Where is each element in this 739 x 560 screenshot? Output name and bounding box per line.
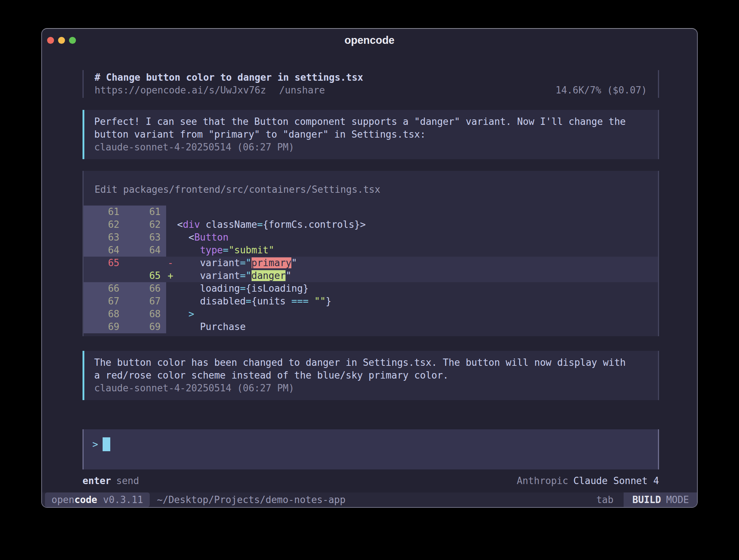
code-line (177, 206, 658, 218)
screen: opencode # Change button color to danger… (0, 0, 739, 560)
old-line-number: 61 (84, 206, 125, 218)
diff-row: 6464 type="submit" (84, 244, 658, 257)
edit-header: Edit packages/frontend/src/containers/Se… (84, 183, 658, 196)
hint-row: enter send Anthropic Claude Sonnet 4 (83, 475, 659, 487)
diff-marker: + (166, 269, 177, 282)
code-diff: 61616262<div className={formCs.controls}… (84, 206, 658, 333)
diff-marker: - (166, 257, 177, 269)
minimize-button[interactable] (58, 37, 65, 44)
diff-row: 6666 loading={isLoading} (84, 282, 658, 295)
new-line-number: 61 (125, 206, 166, 218)
window-controls (47, 29, 76, 51)
session-content: # Change button color to danger in setti… (42, 51, 697, 492)
new-line-number: 66 (125, 282, 166, 295)
old-line-number (84, 269, 125, 282)
old-line-number: 63 (84, 231, 125, 244)
prompt-input[interactable]: > (83, 429, 659, 469)
diff-row: 6868 > (84, 308, 658, 321)
text-cursor (103, 437, 110, 451)
app-name-code: code (74, 494, 97, 505)
diff-row: 65+ variant="danger" (84, 269, 658, 282)
working-directory: ~/Desktop/Projects/demo-notes-app (157, 492, 346, 507)
send-hint: send (116, 475, 139, 487)
new-line-number (125, 257, 166, 269)
code-line: disabled={units === ""} (177, 295, 658, 308)
diff-marker (166, 206, 177, 218)
code-line: <div className={formCs.controls}> (177, 218, 658, 231)
new-line-number: 68 (125, 308, 166, 321)
model-name: Claude Sonnet 4 (573, 475, 659, 487)
code-line: variant="primary" (177, 257, 658, 269)
old-line-number: 62 (84, 218, 125, 231)
status-bar: opencodev0.3.11 ~/Desktop/Projects/demo-… (42, 492, 697, 507)
mode-indicator: BUILDMODE (624, 492, 697, 507)
tab-key-hint: tab (596, 492, 613, 507)
code-line: loading={isLoading} (177, 282, 658, 295)
message-text: The button color has been changed to dan… (94, 356, 631, 382)
edit-tool-card: Edit packages/frontend/src/containers/Se… (83, 171, 659, 336)
diff-marker (166, 231, 177, 244)
model-timestamp: claude-sonnet-4-20250514 (06:27 PM) (94, 382, 648, 395)
code-line: variant="danger" (177, 269, 658, 282)
diff-row: 6363 <Button (84, 231, 658, 244)
prompt-symbol: > (92, 438, 98, 451)
new-line-number: 64 (125, 244, 166, 257)
code-line: Purchase (177, 321, 658, 333)
code-line: > (177, 308, 658, 321)
old-line-number: 67 (84, 295, 125, 308)
old-line-number: 69 (84, 321, 125, 333)
close-button[interactable] (47, 37, 54, 44)
assistant-message: Perfect! I can see that the Button compo… (83, 110, 659, 159)
diff-marker (166, 282, 177, 295)
old-line-number: 66 (84, 282, 125, 295)
diff-row: 65- variant="primary" (84, 257, 658, 269)
model-timestamp: claude-sonnet-4-20250514 (06:27 PM) (94, 141, 648, 154)
diff-row: 6262<div className={formCs.controls}> (84, 218, 658, 231)
edit-file-path: packages/frontend/src/containers/Setting… (123, 184, 380, 195)
mode-secondary: MODE (666, 494, 689, 505)
diff-marker (166, 295, 177, 308)
app-version: v0.3.11 (103, 494, 143, 505)
new-line-number: 67 (125, 295, 166, 308)
new-line-number: 63 (125, 231, 166, 244)
new-line-number: 65 (125, 269, 166, 282)
token-usage: 14.6K/7% ($0.07) (556, 84, 647, 97)
old-line-number: 64 (84, 244, 125, 257)
new-line-number: 62 (125, 218, 166, 231)
app-window: opencode # Change button color to danger… (41, 28, 698, 508)
assistant-message: The button color has been changed to dan… (83, 351, 659, 400)
app-version-chip: opencodev0.3.11 (45, 492, 150, 507)
diff-marker (166, 244, 177, 257)
session-title: # Change button color to danger in setti… (95, 71, 647, 84)
diff-row: 6767 disabled={units === ""} (84, 295, 658, 308)
diff-row: 6969 Purchase (84, 321, 658, 333)
window-title: opencode (42, 29, 697, 51)
new-line-number: 69 (125, 321, 166, 333)
app-name-open: open (51, 494, 74, 505)
zoom-button[interactable] (69, 37, 76, 44)
diff-marker (166, 308, 177, 321)
old-line-number: 68 (84, 308, 125, 321)
diff-row: 6161 (84, 206, 658, 218)
edit-action-label: Edit (95, 184, 118, 195)
session-header: # Change button color to danger in setti… (83, 70, 659, 98)
enter-key-hint: enter (83, 475, 111, 487)
unshare-command: /unshare (279, 84, 325, 97)
code-line: type="submit" (177, 244, 658, 257)
message-text: Perfect! I can see that the Button compo… (94, 115, 631, 141)
share-url: https://opencode.ai/s/UwJxv76z (95, 84, 266, 97)
diff-marker (166, 321, 177, 333)
provider-name: Anthropic (517, 475, 568, 487)
old-line-number: 65 (84, 257, 125, 269)
diff-marker (166, 218, 177, 231)
mode-primary: BUILD (632, 494, 661, 505)
code-line: <Button (177, 231, 658, 244)
window-titlebar: opencode (42, 29, 697, 51)
